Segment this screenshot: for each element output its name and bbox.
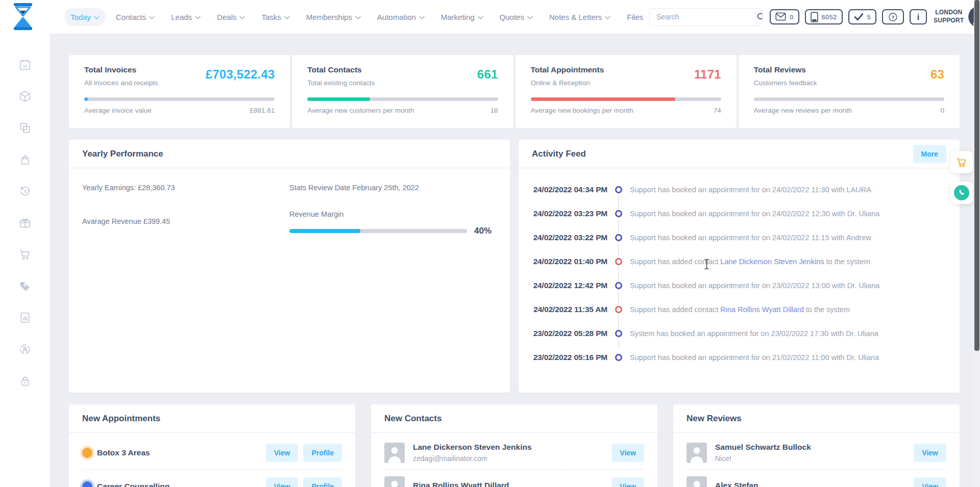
cart-widget-button[interactable] <box>950 151 973 173</box>
activity-time: 23/02/2022 05:16 PM <box>531 353 607 362</box>
timeline-marker-icon <box>615 210 622 217</box>
view-button[interactable]: View <box>914 444 946 462</box>
new-reviews-panel: New Reviews Samuel Schwartz Bullock Nice… <box>673 404 960 487</box>
person-icon <box>384 476 405 487</box>
sidebar-history-icon[interactable] <box>18 185 32 198</box>
activity-item: 24/02/2022 03:22 PM Support has booked a… <box>531 225 947 249</box>
nav-item-leads[interactable]: Leads <box>165 8 207 26</box>
sidebar-calendar-icon[interactable]: 12 <box>18 58 32 71</box>
nav-item-marketing[interactable]: Marketing <box>435 8 489 26</box>
nav-item-memberships[interactable]: Memberships <box>300 8 367 26</box>
stat-value: 1171 <box>694 67 721 82</box>
person-icon <box>687 476 707 487</box>
messages-count: 0 <box>790 13 794 21</box>
timeline-marker-icon <box>615 186 622 193</box>
sms-badge[interactable]: 6052 <box>805 9 843 24</box>
sidebar-duplicates-icon[interactable] <box>18 121 32 135</box>
search-box <box>649 8 763 26</box>
stats-review-date: Stats Review Date February 25th, 2022 <box>289 184 419 192</box>
stat-value: 661 <box>477 67 498 82</box>
scrollbar-thumb[interactable] <box>974 0 979 351</box>
stat-subtitle: Online & Reception <box>531 79 604 87</box>
tasks-count: 5 <box>867 13 871 21</box>
tasks-badge[interactable]: 5 <box>848 9 877 24</box>
person-icon <box>687 443 707 463</box>
search-input[interactable] <box>650 13 755 21</box>
contact-avatar <box>384 443 405 463</box>
view-button[interactable]: View <box>266 444 299 462</box>
call-widget-button[interactable] <box>950 182 973 204</box>
nav-item-tasks[interactable]: Tasks <box>255 8 296 26</box>
stat-card-contacts: Total Contacts Total existing contacts 6… <box>292 55 513 128</box>
help-badge[interactable]: ? <box>882 9 904 24</box>
profile-button[interactable]: Profile <box>303 444 342 462</box>
nav-label: Notes & Letters <box>549 13 602 21</box>
sidebar-gifts-icon[interactable] <box>18 216 32 229</box>
messages-badge[interactable]: 0 <box>770 9 799 24</box>
sidebar-orders-icon[interactable] <box>18 153 32 166</box>
view-button[interactable]: View <box>611 444 644 462</box>
nav-item-files[interactable]: Files <box>621 8 649 26</box>
reviewer-name: Samuel Schwartz Bullock <box>715 443 811 452</box>
yearly-performance-panel: Yearly Performance Yearly Earnings: £28,… <box>69 140 510 393</box>
nav-item-deals[interactable]: Deals <box>211 8 251 26</box>
nav-item-contacts[interactable]: Contacts <box>110 8 161 26</box>
sidebar-pricing-icon[interactable]: $ <box>18 279 32 293</box>
activity-feed-list: 24/02/2022 04:34 PM Support has booked a… <box>519 168 960 369</box>
chevron-down-icon <box>284 16 290 19</box>
new-appointments-panel: New Appointments Botox 3 Areas View Prof… <box>69 404 355 487</box>
stat-progress-bar <box>307 97 498 101</box>
header-badges: 0 6052 5 ? i <box>770 9 927 24</box>
nav-item-today[interactable]: Today <box>64 8 106 26</box>
svg-text:?: ? <box>892 14 895 19</box>
profile-button[interactable]: Profile <box>303 477 342 487</box>
new-contacts-panel: New Contacts Lane Dickerson Steven Jenki… <box>371 404 657 487</box>
search-button[interactable] <box>755 9 763 25</box>
info-icon: i <box>917 13 920 21</box>
stat-subtitle: All invoices and receipts <box>84 79 158 87</box>
activity-time: 24/02/2022 01:40 PM <box>531 257 607 266</box>
nav-item-automation[interactable]: Automation <box>371 8 431 26</box>
revenue-margin-value: 40% <box>474 226 492 236</box>
activity-item: 24/02/2022 03:23 PM Support has booked a… <box>531 201 947 225</box>
nav-label: Memberships <box>306 13 352 21</box>
view-button[interactable]: View <box>914 477 946 487</box>
timeline-marker-icon <box>615 258 622 265</box>
activity-item: 23/02/2022 05:16 PM Support has booked a… <box>531 345 947 369</box>
activity-contact-link[interactable]: Rina Rollins Wyatt Dillard <box>720 305 803 314</box>
stat-progress-bar <box>531 97 721 101</box>
page-scrollbar[interactable] <box>974 0 980 487</box>
user-location-label: LONDON SUPPORT <box>934 9 964 24</box>
stat-footer-label: Average new bookings per month <box>531 107 633 114</box>
review-row: Samuel Schwartz Bullock Nice! View <box>687 436 946 470</box>
panel-title: New Appointments <box>82 414 160 424</box>
nav-item-quotes[interactable]: Quotes <box>494 8 539 26</box>
sidebar-reports-icon[interactable] <box>18 311 32 324</box>
revenue-margin-label: Revenue Margin <box>289 210 504 218</box>
more-button[interactable]: More <box>913 145 946 163</box>
nav-label: Deals <box>217 13 236 21</box>
activity-contact-link[interactable]: Lane Dickerson Steven Jenkins <box>720 258 824 266</box>
stat-footer-label: Average new customers per month <box>307 107 414 114</box>
bottom-row: New Appointments Botox 3 Areas View Prof… <box>69 404 960 487</box>
nav-label: Files <box>627 13 643 21</box>
contact-avatar <box>384 476 405 487</box>
info-badge[interactable]: i <box>910 9 927 24</box>
yearly-earnings: Yearly Earnings: £28,360.73 <box>82 184 175 192</box>
activity-time: 24/02/2022 11:35 AM <box>531 305 607 314</box>
contact-name: Rina Rollins Wyatt Dillard <box>413 481 509 487</box>
view-button[interactable]: View <box>611 477 644 487</box>
app-logo-icon[interactable] <box>11 3 35 31</box>
view-button[interactable]: View <box>266 477 299 487</box>
stat-progress-bar <box>754 97 944 101</box>
sidebar-account-icon[interactable] <box>18 343 32 356</box>
sidebar-cart-icon[interactable] <box>18 248 32 261</box>
activity-time: 23/02/2022 05:28 PM <box>531 329 607 338</box>
activity-feed-panel: Activity Feed More 24/02/2022 04:34 PM S… <box>519 140 960 393</box>
nav-item-notes-letters[interactable]: Notes & Letters <box>543 8 617 26</box>
stat-footer-value: 74 <box>714 107 721 114</box>
sidebar-products-icon[interactable] <box>18 90 32 103</box>
sidebar-security-icon[interactable] <box>18 374 32 388</box>
stat-subtitle: Customers feedback <box>754 79 817 87</box>
appointment-row: Career Counselling View Profile <box>82 470 342 487</box>
